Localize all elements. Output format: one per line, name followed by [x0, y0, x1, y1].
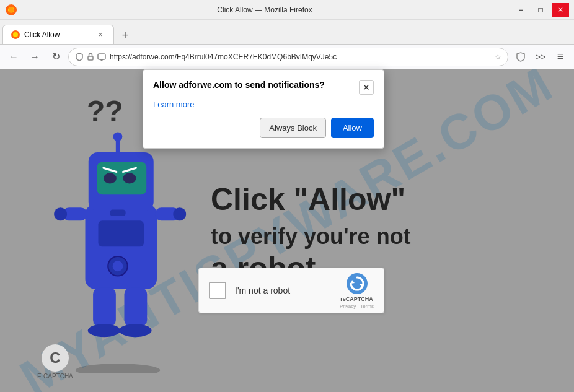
title-bar: Click Allow — Mozilla Firefox − □ ✕ [0, 0, 574, 20]
popup-close-button[interactable]: ✕ [359, 80, 374, 95]
notification-icon [97, 53, 106, 61]
tab-bar: Click Allow × + [0, 20, 574, 45]
window-controls: − □ ✕ [512, 3, 569, 17]
shield-icon [75, 53, 84, 61]
popup-header: Allow adforwe.com to send notifications?… [153, 80, 374, 95]
ecaptcha-logo: C E-CAPTCHA [37, 344, 73, 380]
extensions-button[interactable]: >> [532, 48, 549, 66]
learn-more-link[interactable]: Learn more [153, 100, 374, 109]
refresh-button[interactable]: ↻ [47, 48, 64, 66]
address-bar[interactable]: https://adforwe.com/Fq4Brrul047moXCER7EK… [68, 48, 508, 66]
svg-rect-23 [93, 287, 116, 326]
svg-point-20 [54, 207, 67, 220]
address-bar-icons [75, 53, 106, 61]
shield-nav-icon [515, 51, 526, 63]
maximize-button[interactable]: □ [532, 3, 549, 17]
firefox-icon [5, 4, 17, 16]
title-bar-left [5, 4, 17, 16]
allow-button[interactable]: Allow [331, 118, 374, 138]
new-tab-button[interactable]: + [117, 27, 134, 44]
recaptcha-logo-area: reCAPTCHA Privacy - Terms [340, 272, 374, 309]
tab-title: Click Allow [24, 30, 91, 39]
svg-point-22 [173, 207, 186, 220]
svg-point-27 [76, 364, 161, 373]
popup-title: Allow adforwe.com to send notifications? [153, 80, 359, 90]
svg-point-14 [113, 132, 123, 141]
always-block-button[interactable]: Always Block [260, 118, 326, 138]
menu-button[interactable]: ≡ [552, 48, 569, 66]
svg-rect-15 [110, 209, 125, 216]
url-text: https://adforwe.com/Fq4Brrul047moXCER7EK… [110, 53, 491, 61]
popup-actions: Always Block Allow [153, 118, 374, 138]
recaptcha-label: I'm not a robot [235, 285, 331, 295]
nav-right-buttons: >> ≡ [512, 48, 569, 66]
svg-point-18 [113, 261, 123, 271]
svg-point-3 [13, 32, 18, 37]
ecaptcha-text: E-CAPTCHA [37, 373, 73, 380]
svg-point-10 [123, 173, 136, 184]
recaptcha-links: Privacy - Terms [340, 303, 374, 309]
robot-illustration [37, 113, 198, 373]
recaptcha-checkbox[interactable] [209, 282, 226, 299]
svg-point-25 [88, 324, 121, 337]
firefox-shield-button[interactable] [512, 48, 529, 66]
recaptcha-logo-icon [346, 272, 368, 295]
recaptcha-brand-label: reCAPTCHA [340, 296, 373, 302]
lock-icon [86, 53, 95, 61]
forward-button[interactable]: → [26, 48, 43, 66]
close-button[interactable]: ✕ [552, 3, 569, 17]
svg-rect-13 [116, 139, 120, 154]
minimize-button[interactable]: − [512, 3, 529, 17]
svg-point-9 [104, 173, 117, 184]
recaptcha-widget: I'm not a robot reCAPTCHA Privacy - Term… [198, 268, 384, 313]
tab-close-button[interactable]: × [95, 29, 106, 40]
svg-point-28 [347, 273, 368, 294]
tab-favicon [11, 30, 20, 40]
svg-rect-4 [88, 56, 93, 60]
back-button[interactable]: ← [5, 48, 22, 66]
svg-rect-24 [125, 287, 148, 326]
notification-popup: Allow adforwe.com to send notifications?… [143, 69, 384, 149]
svg-rect-5 [98, 54, 105, 59]
ecaptcha-icon: C [42, 344, 69, 372]
nav-bar: ← → ↻ https://adforwe.com/Fq4Brrul047moX… [0, 45, 574, 69]
robot-verify-text: to verify you're not [211, 223, 411, 250]
window-title: Click Allow — Mozilla Firefox [17, 6, 512, 14]
active-tab[interactable]: Click Allow × [2, 25, 114, 44]
bookmark-button[interactable]: ☆ [495, 53, 501, 61]
svg-point-26 [119, 324, 152, 337]
svg-rect-16 [99, 220, 144, 246]
